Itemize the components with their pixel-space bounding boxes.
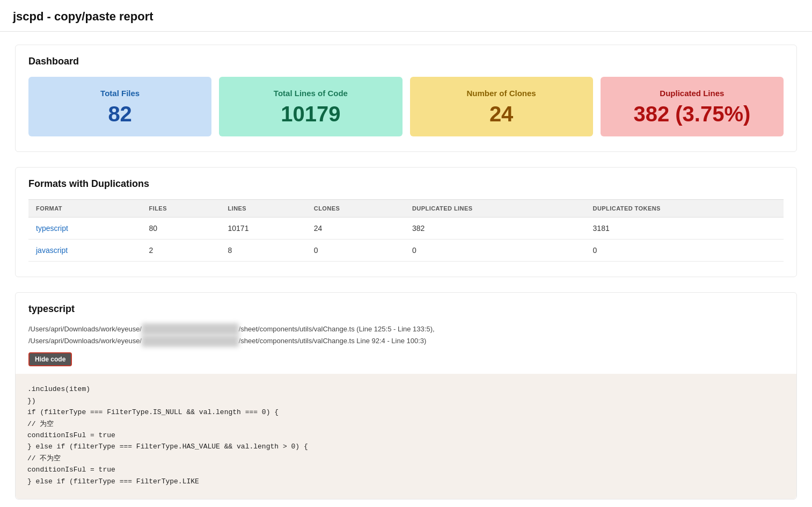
path-prefix-2: /Users/apri/Downloads/work/eyeuse/: [28, 337, 142, 345]
formats-title: Formats with Duplications: [28, 178, 784, 190]
col-dup-lines: DUPLICATED LINES: [405, 200, 586, 218]
hide-code-button[interactable]: Hide code: [28, 352, 72, 366]
stat-label-num-clones: Number of Clones: [467, 89, 536, 98]
col-format: FORMAT: [28, 200, 142, 218]
stat-card-total-files: Total Files 82: [28, 77, 211, 136]
path-prefix-1: /Users/apri/Downloads/work/eyeuse/: [28, 325, 142, 333]
stat-card-num-clones: Number of Clones 24: [410, 77, 593, 136]
stat-value-total-files: 82: [108, 103, 132, 125]
code-block: .includes(item) }) if (filterType === Fi…: [16, 374, 796, 499]
col-files: FILES: [142, 200, 221, 218]
col-lines: LINES: [221, 200, 306, 218]
stat-cards: Total Files 82 Total Lines of Code 10179…: [28, 77, 784, 136]
formats-card: Formats with Duplications FORMAT FILES L…: [15, 167, 797, 277]
clone-path-line2: /Users/apri/Downloads/work/eyeuse/redact…: [28, 335, 784, 347]
dashboard-title: Dashboard: [28, 56, 784, 67]
col-dup-tokens: DUPLICATED TOKENS: [586, 200, 784, 218]
stat-label-dup-lines: Duplicated Lines: [660, 89, 724, 98]
clones-cell: 24: [306, 218, 405, 240]
stat-value-num-clones: 24: [489, 103, 514, 125]
code-line: }): [27, 395, 785, 407]
code-line: conditionIsFul = true: [27, 430, 785, 441]
format-cell[interactable]: javascript: [28, 240, 142, 262]
stat-card-dup-lines: Duplicated Lines 382 (3.75%): [601, 77, 784, 136]
page-header: jscpd - copy/paste report: [0, 0, 812, 32]
stat-value-total-lines: 10179: [281, 103, 340, 125]
clones-cell: 0: [306, 240, 405, 262]
formats-table: FORMAT FILES LINES CLONES DUPLICATED LIN…: [28, 199, 784, 262]
code-line: if (filterType === FilterType.IS_NULL &&…: [27, 407, 785, 418]
path-suffix-2: /sheet/components/utils/valChange.ts Lin…: [239, 337, 427, 345]
code-line: // 为空: [27, 418, 785, 430]
format-cell[interactable]: typescript: [28, 218, 142, 240]
dup-lines-cell: 0: [405, 240, 586, 262]
dashboard-card: Dashboard Total Files 82 Total Lines of …: [15, 45, 797, 152]
code-line: // 不为空: [27, 453, 785, 464]
lines-cell: 10171: [221, 218, 306, 240]
stat-value-dup-lines: 382 (3.75%): [633, 103, 750, 125]
files-cell: 80: [142, 218, 221, 240]
typescript-section: typescript /Users/apri/Downloads/work/ey…: [15, 292, 797, 499]
typescript-section-title: typescript: [28, 303, 784, 315]
clone-paths: /Users/apri/Downloads/work/eyeuse/redact…: [28, 323, 784, 347]
clone-path-line1: /Users/apri/Downloads/work/eyeuse/redact…: [28, 323, 784, 335]
code-line: } else if (filterType === FilterType.HAS…: [27, 441, 785, 452]
dup-tokens-cell: 3181: [586, 218, 784, 240]
main-content: Dashboard Total Files 82 Total Lines of …: [0, 32, 812, 507]
stat-label-total-files: Total Files: [100, 89, 140, 98]
lines-cell: 8: [221, 240, 306, 262]
stat-label-total-lines: Total Lines of Code: [274, 89, 348, 98]
path-suffix-1: /sheet/components/utils/valChange.ts (Li…: [239, 325, 435, 333]
dup-lines-cell: 382: [405, 218, 586, 240]
table-row: javascript28000: [28, 240, 784, 262]
code-line: conditionIsFul = true: [27, 464, 785, 475]
dup-tokens-cell: 0: [586, 240, 784, 262]
files-cell: 2: [142, 240, 221, 262]
table-row: typescript8010171243823181: [28, 218, 784, 240]
code-line: .includes(item): [27, 383, 785, 395]
stat-card-total-lines: Total Lines of Code 10179: [219, 77, 402, 136]
code-line: } else if (filterType === FilterType.LIK…: [27, 476, 785, 487]
page-title: jscpd - copy/paste report: [13, 10, 799, 24]
col-clones: CLONES: [306, 200, 405, 218]
table-header-row: FORMAT FILES LINES CLONES DUPLICATED LIN…: [28, 200, 784, 218]
